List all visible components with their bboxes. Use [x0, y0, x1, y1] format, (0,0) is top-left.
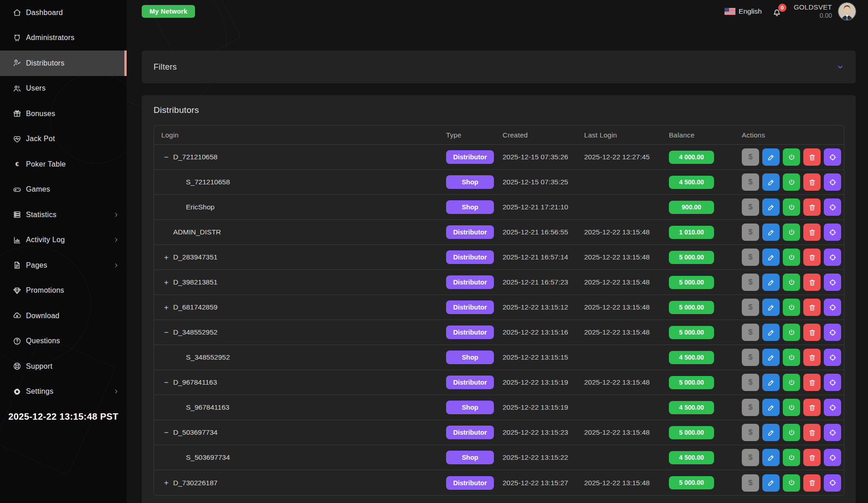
sidebar-item-label: Poker Table: [26, 160, 66, 168]
collapse-icon[interactable]: −: [163, 153, 169, 161]
sidebar-item-promotions[interactable]: Promotions: [0, 278, 127, 304]
sidebar-item-games[interactable]: Games: [0, 177, 127, 203]
avatar[interactable]: [838, 3, 856, 20]
network-button[interactable]: [824, 224, 841, 241]
edit-button[interactable]: [762, 324, 780, 341]
login-text: S_348552952: [186, 353, 230, 361]
toggle-status-button[interactable]: [783, 249, 800, 266]
delete-button[interactable]: [803, 299, 821, 316]
sidebar-item-label: Settings: [26, 387, 53, 396]
toggle-status-button[interactable]: [783, 424, 800, 441]
toggle-status-button[interactable]: [783, 274, 800, 291]
sidebar-item-administrators[interactable]: Administrators: [0, 25, 127, 51]
delete-button[interactable]: [803, 148, 821, 166]
network-button[interactable]: [824, 173, 841, 191]
edit-button[interactable]: [762, 349, 780, 366]
toggle-status-button[interactable]: [783, 474, 800, 492]
delete-button[interactable]: [803, 249, 821, 266]
network-button[interactable]: [824, 249, 841, 266]
sidebar-item-questions[interactable]: Questions: [0, 329, 127, 354]
edit-button[interactable]: [762, 424, 780, 441]
expand-icon[interactable]: +: [163, 479, 169, 487]
edit-button[interactable]: [762, 249, 780, 266]
sidebar-item-users[interactable]: Users: [0, 76, 127, 102]
collapse-icon[interactable]: −: [163, 429, 169, 437]
edit-button[interactable]: [762, 399, 780, 416]
toggle-status-button[interactable]: [783, 324, 800, 341]
sidebar-item-download[interactable]: Download: [0, 303, 127, 329]
pencil-icon: [767, 479, 775, 487]
network-button[interactable]: [824, 274, 841, 291]
balance-badge: 5 000.00: [669, 476, 714, 489]
edit-button[interactable]: [762, 274, 780, 291]
type-cell: Distributor: [446, 250, 503, 264]
network-button[interactable]: [824, 474, 841, 492]
delete-button[interactable]: [803, 424, 821, 441]
filters-panel[interactable]: Filters: [142, 51, 856, 83]
toggle-status-button[interactable]: [783, 299, 800, 316]
network-button[interactable]: [824, 349, 841, 366]
edit-button[interactable]: [762, 474, 780, 492]
expand-icon[interactable]: +: [163, 279, 169, 286]
network-button[interactable]: [824, 324, 841, 341]
sidebar-item-statistics[interactable]: Statistics: [0, 202, 127, 228]
sidebar-item-bonuses[interactable]: Bonuses: [0, 101, 127, 127]
toggle-status-button[interactable]: [783, 224, 800, 241]
sidebar-item-distributors[interactable]: Distributors: [0, 51, 127, 76]
power-icon: [788, 454, 796, 462]
edit-button[interactable]: [762, 374, 780, 391]
notifications-button[interactable]: 0: [772, 5, 783, 17]
expand-icon[interactable]: +: [163, 254, 169, 261]
collapse-icon[interactable]: −: [163, 379, 169, 386]
toggle-status-button[interactable]: [783, 148, 800, 166]
delete-button[interactable]: [803, 399, 821, 416]
delete-button[interactable]: [803, 349, 821, 366]
toggle-status-button[interactable]: [783, 399, 800, 416]
network-button[interactable]: [824, 399, 841, 416]
edit-button[interactable]: [762, 299, 780, 316]
expand-icon[interactable]: +: [163, 304, 169, 311]
my-network-button[interactable]: My Network: [142, 5, 195, 18]
power-icon: [788, 404, 796, 412]
table-row: −D_503697734Distributor2025-12-22 13:15:…: [154, 420, 844, 445]
sidebar-item-activity-log[interactable]: Activity Log: [0, 228, 127, 253]
sidebar-item-pages[interactable]: Pages: [0, 253, 127, 278]
network-button[interactable]: [824, 449, 841, 466]
delete-button[interactable]: [803, 474, 821, 492]
edit-button[interactable]: [762, 198, 780, 216]
sidebar-item-poker-table[interactable]: €Poker Table: [0, 152, 127, 177]
network-button[interactable]: [824, 198, 841, 216]
delete-button[interactable]: [803, 324, 821, 341]
sidebar-item-dashboard[interactable]: Dashboard: [0, 0, 127, 25]
delete-button[interactable]: [803, 449, 821, 466]
edit-button[interactable]: [762, 148, 780, 166]
toggle-status-button[interactable]: [783, 374, 800, 391]
toggle-status-button[interactable]: [783, 173, 800, 191]
network-button[interactable]: [824, 424, 841, 441]
network-button[interactable]: [824, 299, 841, 316]
type-cell: Shop: [446, 200, 503, 214]
sidebar-item-support[interactable]: Support: [0, 354, 127, 379]
network-button[interactable]: [824, 374, 841, 391]
sidebar-item-jack-pot[interactable]: Jack Pot: [0, 127, 127, 152]
edit-button[interactable]: [762, 224, 780, 241]
edit-button[interactable]: [762, 173, 780, 191]
delete-button[interactable]: [803, 173, 821, 191]
delete-button[interactable]: [803, 274, 821, 291]
delete-button[interactable]: [803, 198, 821, 216]
language-selector[interactable]: English: [724, 7, 762, 15]
toggle-status-button[interactable]: [783, 198, 800, 216]
network-button[interactable]: [824, 148, 841, 166]
type-badge: Shop: [446, 175, 494, 189]
balance-badge: 4 500.00: [669, 351, 714, 364]
login-text: D_730226187: [173, 479, 217, 487]
user-menu[interactable]: GOLDSVET 0.00: [794, 3, 832, 20]
delete-button[interactable]: [803, 374, 821, 391]
collapse-icon[interactable]: −: [163, 329, 169, 336]
sidebar-item-settings[interactable]: Settings: [0, 379, 127, 405]
edit-button[interactable]: [762, 449, 780, 466]
delete-button[interactable]: [803, 224, 821, 241]
toggle-status-button[interactable]: [783, 449, 800, 466]
pencil-icon: [767, 354, 775, 361]
toggle-status-button[interactable]: [783, 349, 800, 366]
